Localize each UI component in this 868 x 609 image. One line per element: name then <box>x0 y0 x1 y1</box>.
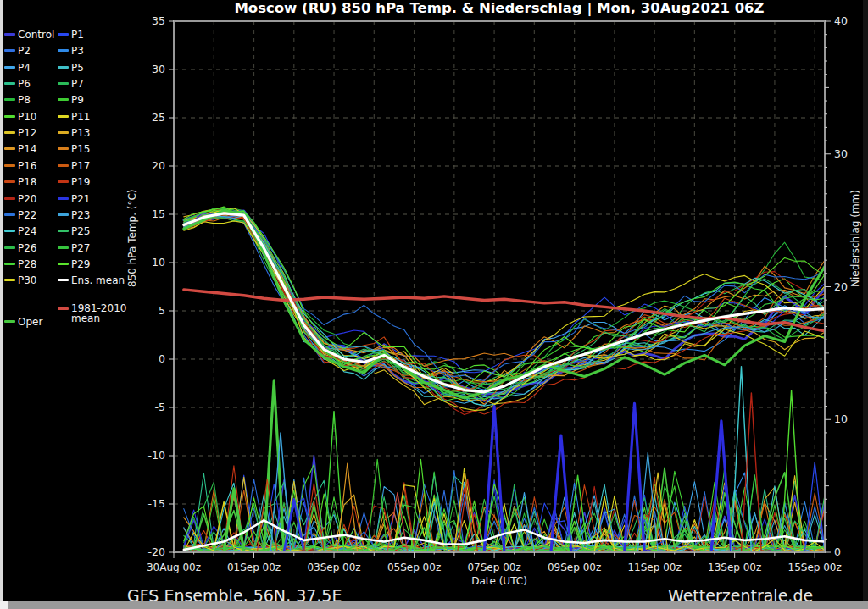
svg-text:0: 0 <box>159 352 165 365</box>
svg-text:25: 25 <box>152 111 165 124</box>
svg-text:07Sep 00z: 07Sep 00z <box>467 562 520 573</box>
svg-text:03Sep 00z: 03Sep 00z <box>307 562 360 573</box>
svg-text:10: 10 <box>834 412 848 425</box>
svg-text:20: 20 <box>834 280 848 293</box>
svg-text:15Sep 00z: 15Sep 00z <box>788 562 842 573</box>
plot-area: 30Aug 00z01Sep 00z03Sep 00z05Sep 00z07Se… <box>0 0 868 609</box>
svg-text:-10: -10 <box>148 449 165 462</box>
svg-text:30Aug 00z: 30Aug 00z <box>147 562 201 573</box>
svg-text:35: 35 <box>152 14 165 27</box>
scrollbar-corner <box>0 601 8 609</box>
x-axis-title: Date (UTC) <box>174 575 825 587</box>
footer: GFS Ensemble, 56N, 37.5E Wetterzentrale.… <box>0 586 868 603</box>
svg-text:11Sep 00z: 11Sep 00z <box>627 562 681 573</box>
ensemble-plot-svg: 30Aug 00z01Sep 00z03Sep 00z05Sep 00z07Se… <box>0 0 868 609</box>
svg-text:05Sep 00z: 05Sep 00z <box>387 562 441 573</box>
ensemble-meteogram-page: Moscow (RU) 850 hPa Temp. & Niederschlag… <box>0 0 868 609</box>
svg-text:09Sep 00z: 09Sep 00z <box>548 562 601 573</box>
svg-text:-15: -15 <box>148 497 165 510</box>
svg-text:10: 10 <box>152 256 165 269</box>
svg-text:30: 30 <box>834 147 848 160</box>
svg-text:20: 20 <box>152 159 165 172</box>
svg-text:15: 15 <box>152 208 165 220</box>
scrollbar-horizontal[interactable] <box>0 601 868 609</box>
svg-text:0: 0 <box>834 545 841 558</box>
svg-text:30: 30 <box>152 63 165 75</box>
svg-text:01Sep 00z: 01Sep 00z <box>227 562 281 573</box>
svg-text:40: 40 <box>834 14 848 27</box>
svg-text:-20: -20 <box>148 545 165 558</box>
ensemble-lines <box>184 207 825 551</box>
svg-text:5: 5 <box>159 304 165 317</box>
svg-text:13Sep 00z: 13Sep 00z <box>708 562 761 573</box>
axes: 30Aug 00z01Sep 00z03Sep 00z05Sep 00z07Se… <box>147 14 848 573</box>
svg-text:-5: -5 <box>155 401 165 413</box>
